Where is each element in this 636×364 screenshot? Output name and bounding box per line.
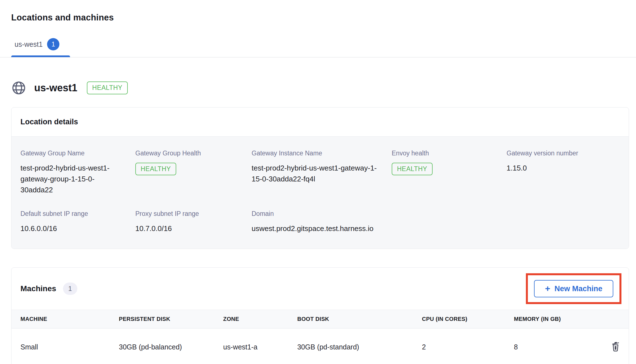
field-gateway-group-name: Gateway Group Name test-prod2-hybrid-us-… <box>20 150 135 195</box>
envoy-health-badge: HEALTHY <box>392 163 433 175</box>
gateway-group-health-badge: HEALTHY <box>135 163 176 175</box>
machine-row-small: Small 30GB (pd-balanced) us-west1-a 30GB… <box>11 328 629 364</box>
col-cpu: CPU (IN CORES) <box>422 310 514 328</box>
field-label: Domain <box>252 210 392 218</box>
delete-machine-button[interactable] <box>610 340 621 352</box>
plus-icon: + <box>545 284 550 293</box>
machines-card: Machines 1 + New Machine MACHINE PERSIST… <box>11 267 629 364</box>
field-domain: Domain uswest.prod2.gitspace.test.harnes… <box>252 210 392 234</box>
field-value: uswest.prod2.gitspace.test.harness.io <box>252 223 392 234</box>
col-memory: MEMORY (IN GB) <box>514 310 607 328</box>
cell-machine: Small <box>11 328 119 364</box>
tab-count-badge: 1 <box>47 38 59 50</box>
machines-table: MACHINE PERSISTENT DISK ZONE BOOT DISK C… <box>11 310 629 364</box>
col-boot-disk: BOOT DISK <box>297 310 422 328</box>
field-value: 10.7.0.0/16 <box>135 223 252 234</box>
tab-us-west1[interactable]: us-west1 1 <box>15 38 59 57</box>
field-label: Envoy health <box>392 150 507 157</box>
cell-memory: 8 <box>514 328 607 364</box>
field-label: Gateway Group Health <box>135 150 252 157</box>
cell-boot-disk: 30GB (pd-standard) <box>297 328 422 364</box>
field-gateway-instance-name: Gateway Instance Name test-prod2-hybrid-… <box>252 150 392 195</box>
field-gateway-version: Gateway version number 1.15.0 <box>507 150 620 195</box>
cell-zone: us-west1-a <box>223 328 297 364</box>
tabs-divider <box>0 57 636 57</box>
machines-title-group: Machines 1 <box>20 283 77 295</box>
location-details-header: Location details <box>11 108 629 136</box>
col-actions <box>607 310 629 328</box>
tab-label: us-west1 <box>15 40 43 48</box>
field-value: 10.6.0.0/16 <box>20 223 135 234</box>
field-value: test-prod2-hybrid-us-west1-gateway-1-15-… <box>252 163 379 185</box>
location-details-title: Location details <box>20 118 78 126</box>
location-details-body: Gateway Group Name test-prod2-hybrid-us-… <box>11 136 629 249</box>
field-label: Gateway version number <box>507 150 620 157</box>
col-zone: ZONE <box>223 310 297 328</box>
field-label: Proxy subnet IP range <box>135 210 252 218</box>
field-gateway-group-health: Gateway Group Health HEALTHY <box>135 150 252 195</box>
location-details-card: Location details Gateway Group Name test… <box>11 107 629 249</box>
field-proxy-subnet: Proxy subnet IP range 10.7.0.0/16 <box>135 210 252 234</box>
field-value: test-prod2-hybrid-us-west1-gateway-group… <box>20 163 114 195</box>
details-row-2: Default subnet IP range 10.6.0.0/16 Prox… <box>20 210 620 234</box>
globe-icon <box>11 80 26 95</box>
cell-cpu: 2 <box>422 328 514 364</box>
field-label: Gateway Group Name <box>20 150 135 157</box>
locations-page: Locations and machines us-west1 1 us-wes… <box>0 13 636 364</box>
field-label: Gateway Instance Name <box>252 150 392 157</box>
field-value: 1.15.0 <box>507 163 620 174</box>
machines-title: Machines <box>20 284 56 293</box>
machines-count-badge: 1 <box>63 283 77 295</box>
col-persistent-disk: PERSISTENT DISK <box>119 310 223 328</box>
machines-header: Machines 1 + New Machine <box>11 268 629 310</box>
page-title: Locations and machines <box>11 13 629 23</box>
trash-icon <box>610 340 621 352</box>
col-machine: MACHINE <box>11 310 119 328</box>
new-machine-label: New Machine <box>554 284 602 293</box>
field-default-subnet: Default subnet IP range 10.6.0.0/16 <box>20 210 135 234</box>
details-row-1: Gateway Group Name test-prod2-hybrid-us-… <box>20 150 620 195</box>
field-label: Default subnet IP range <box>20 210 135 218</box>
cell-persistent-disk: 30GB (pd-balanced) <box>119 328 223 364</box>
new-machine-button[interactable]: + New Machine <box>534 280 613 297</box>
machines-table-header-row: MACHINE PERSISTENT DISK ZONE BOOT DISK C… <box>11 310 629 328</box>
red-highlight-annotation: + New Machine <box>526 273 621 304</box>
location-status-badge: HEALTHY <box>87 81 128 94</box>
field-envoy-health: Envoy health HEALTHY <box>392 150 507 195</box>
active-tab-underline <box>11 55 70 57</box>
location-tabs: us-west1 1 <box>11 38 629 57</box>
location-heading: us-west1 HEALTHY <box>11 80 629 95</box>
location-name: us-west1 <box>34 82 77 94</box>
